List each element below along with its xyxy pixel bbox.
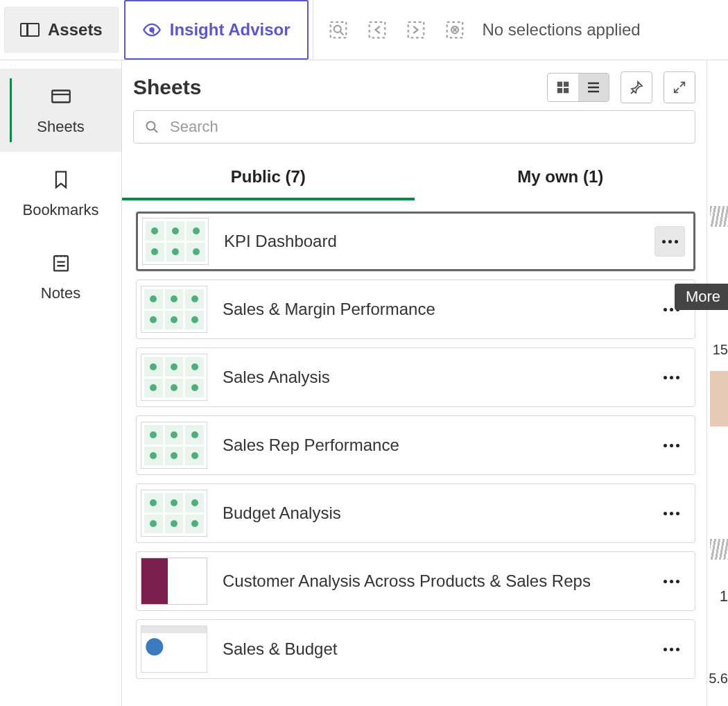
more-icon xyxy=(664,444,679,447)
tab-myown-count: (1) xyxy=(583,167,603,186)
sheet-card[interactable]: Budget Analysis xyxy=(136,483,695,543)
more-icon xyxy=(664,376,679,379)
sheet-more-button[interactable] xyxy=(656,634,686,664)
search-icon xyxy=(144,119,160,135)
no-selections-label: No selections applied xyxy=(474,20,641,40)
sheet-more-button[interactable] xyxy=(656,566,686,596)
more-icon xyxy=(662,240,678,243)
svg-rect-1 xyxy=(330,22,346,38)
pin-button[interactable] xyxy=(621,71,652,103)
sheet-card[interactable]: KPI Dashboard xyxy=(136,212,695,271)
assets-icon xyxy=(20,23,40,37)
more-icon xyxy=(664,512,679,515)
sheet-thumbnail xyxy=(141,422,207,469)
tab-public[interactable]: Public (7) xyxy=(122,156,415,200)
sheet-title: Sales Rep Performance xyxy=(223,436,641,455)
smart-search-button[interactable] xyxy=(319,10,358,49)
more-tooltip: More xyxy=(675,284,728,310)
pin-icon xyxy=(628,79,645,96)
sheet-card[interactable]: Sales Rep Performance xyxy=(136,415,695,475)
more-icon xyxy=(664,580,679,583)
bg-value-15: 15 xyxy=(710,342,728,359)
insight-eye-icon xyxy=(142,20,162,40)
svg-rect-11 xyxy=(557,88,562,93)
tab-myown-label: My own xyxy=(517,167,578,186)
sheet-card[interactable]: Customer Analysis Across Products & Sale… xyxy=(136,551,695,611)
step-forward-button[interactable] xyxy=(397,10,435,49)
notes-icon xyxy=(49,251,73,275)
search-input[interactable] xyxy=(168,117,685,137)
rail-item-sheets[interactable]: Sheets xyxy=(0,69,121,152)
bg-decor xyxy=(710,371,728,427)
sheet-more-button[interactable] xyxy=(656,430,686,460)
svg-rect-9 xyxy=(557,82,562,87)
svg-point-2 xyxy=(333,26,340,33)
rail-item-bookmarks[interactable]: Bookmarks xyxy=(0,152,121,235)
insight-advisor-button[interactable]: Insight Advisor xyxy=(124,0,309,60)
svg-rect-3 xyxy=(369,22,385,38)
grid-view-button[interactable] xyxy=(548,74,578,101)
sheet-list: KPI DashboardSales & Margin PerformanceS… xyxy=(122,200,707,706)
rail-label-bookmarks: Bookmarks xyxy=(22,201,98,219)
svg-rect-10 xyxy=(564,82,569,87)
assets-button[interactable]: Assets xyxy=(4,7,119,53)
svg-rect-7 xyxy=(52,91,70,103)
step-back-button[interactable] xyxy=(358,10,397,49)
sheet-card[interactable]: Sales Analysis xyxy=(136,347,695,407)
expand-icon xyxy=(672,80,687,95)
insight-label: Insight Advisor xyxy=(170,20,291,40)
bg-decor xyxy=(710,539,728,560)
sheet-more-button[interactable] xyxy=(655,226,685,257)
panel-title: Sheets xyxy=(133,76,201,99)
tab-public-label: Public xyxy=(231,167,281,186)
bookmark-icon xyxy=(49,168,73,191)
sheet-card[interactable]: Sales & Margin Performance xyxy=(136,279,695,339)
sheet-thumbnail xyxy=(141,490,207,537)
sheets-panel: Sheets xyxy=(122,60,707,706)
clear-selections-button[interactable] xyxy=(435,10,474,49)
view-toggle xyxy=(547,73,609,102)
tab-my-own[interactable]: My own (1) xyxy=(415,156,707,200)
sheet-thumbnail xyxy=(141,354,207,401)
bg-value-56: 5.6 xyxy=(707,671,728,690)
sheet-title: Sales & Budget xyxy=(223,639,641,659)
rail-label-sheets: Sheets xyxy=(37,118,85,136)
expand-button[interactable] xyxy=(664,71,695,103)
tab-public-count: (7) xyxy=(285,167,305,186)
sheet-card[interactable]: Sales & Budget xyxy=(136,619,695,679)
bg-value-1: 1 xyxy=(714,587,728,607)
sheets-icon xyxy=(49,85,73,108)
sheet-thumbnail xyxy=(142,218,209,265)
sheet-more-button[interactable] xyxy=(656,498,686,528)
search-box[interactable] xyxy=(133,110,695,144)
assets-label: Assets xyxy=(48,20,103,40)
sheet-more-button[interactable] xyxy=(656,362,686,393)
svg-rect-8 xyxy=(54,256,68,270)
sheet-title: KPI Dashboard xyxy=(224,232,639,251)
sheet-title: Budget Analysis xyxy=(223,503,641,523)
sheet-thumbnail xyxy=(141,626,207,673)
bg-decor xyxy=(710,206,728,227)
sheet-title: Customer Analysis Across Products & Sale… xyxy=(223,571,641,591)
left-rail: Sheets Bookmarks Notes xyxy=(0,60,122,706)
top-toolbar: Assets Insight Advisor No selections app… xyxy=(0,0,728,60)
sheet-thumbnail xyxy=(141,286,207,333)
selection-tools: No selections applied xyxy=(313,0,646,60)
sheet-thumbnail xyxy=(141,558,207,605)
more-icon xyxy=(664,648,679,651)
sheet-title: Sales Analysis xyxy=(223,368,641,387)
rail-item-notes[interactable]: Notes xyxy=(0,235,121,318)
list-view-button[interactable] xyxy=(578,74,609,101)
rail-label-notes: Notes xyxy=(41,284,80,302)
background-strip: 15 1 5.6 xyxy=(707,60,728,706)
sheet-title: Sales & Margin Performance xyxy=(223,300,641,319)
svg-point-13 xyxy=(147,122,155,130)
svg-rect-4 xyxy=(408,22,424,38)
sheet-tabs: Public (7) My own (1) xyxy=(122,156,707,200)
svg-rect-12 xyxy=(564,88,569,93)
